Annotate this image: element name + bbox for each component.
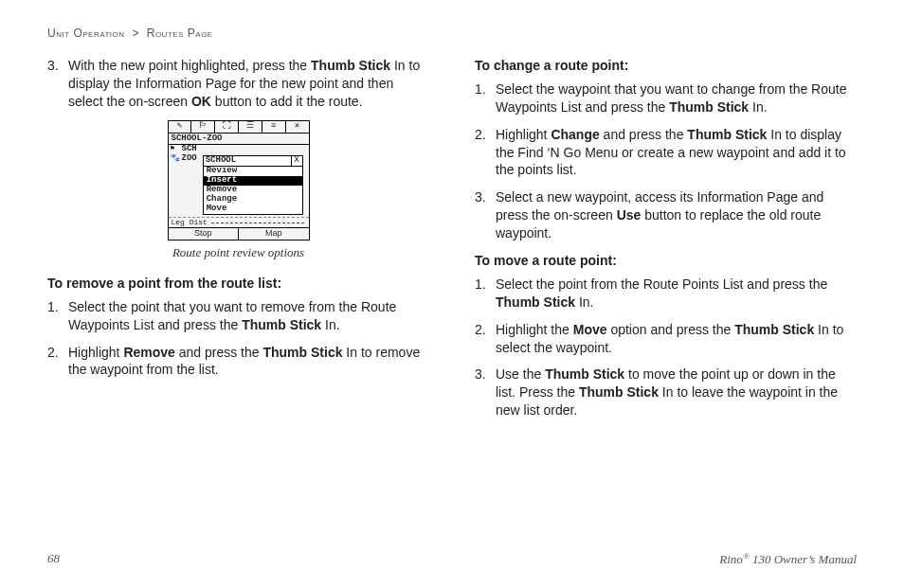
leg-dist-label: Leg Dist <box>172 219 208 227</box>
bold-thumb-stick: Thumb Stick <box>545 366 624 382</box>
remove-steps: 1. Select the point that you want to rem… <box>47 298 429 380</box>
list-item: 3. Select a new waypoint, access its Inf… <box>475 188 857 242</box>
device-footer: Stop Map <box>169 227 309 240</box>
text: button to add it the route. <box>211 94 363 109</box>
context-menu: SCHOOL X Review Insert Remove Change Mov… <box>203 155 303 214</box>
step-body: Select the waypoint that you want to cha… <box>496 80 857 116</box>
breadcrumb-page: Routes Page <box>147 27 213 40</box>
step-number: 3. <box>475 365 496 419</box>
device-screenshot: ✎ 🏳 ⛶ ☰ ≡ ✕ SCHOOL-ZOO ⚑ SCH 🐾 ZOO <box>168 120 310 241</box>
menu-item-move: Move <box>204 205 302 214</box>
list-item: 3. Use the Thumb Stick to move the point… <box>475 365 857 419</box>
bold-thumb-stick: Thumb Stick <box>579 384 659 400</box>
step-body: With the new point highlighted, press th… <box>68 57 429 111</box>
step-body: Select the point from the Route Points L… <box>496 276 857 312</box>
move-steps: 1. Select the point from the Route Point… <box>475 276 857 419</box>
manual-title: Rino® 130 Owner’s Manual <box>719 551 857 567</box>
step-body: Highlight Change and press the Thumb Sti… <box>496 126 857 180</box>
step-body: Select the point that you want to remove… <box>68 298 429 334</box>
list-item: 2. Highlight the Move option and press t… <box>475 321 857 357</box>
text: With the new point highlighted, press th… <box>68 58 311 73</box>
topbar-icon: ☰ <box>239 121 262 133</box>
device-row: 🐾 ZOO SCHOOL X Review Insert Remove Chan… <box>169 154 309 216</box>
product-suffix: 130 Owner’s Manual <box>750 552 857 566</box>
heading-remove-point: To remove a point from the route list: <box>47 275 429 293</box>
text: In. <box>749 99 767 115</box>
bold-thumb-stick: Thumb Stick <box>669 99 749 115</box>
text: option and press the <box>607 322 735 337</box>
figure-caption: Route point review options <box>47 244 429 261</box>
breadcrumb-section: Unit Operation <box>47 27 125 40</box>
bold-remove: Remove <box>123 345 174 360</box>
figure: ✎ 🏳 ⛶ ☰ ≡ ✕ SCHOOL-ZOO ⚑ SCH 🐾 ZOO <box>47 120 429 261</box>
change-steps: 1. Select the waypoint that you want to … <box>475 80 857 242</box>
text: Highlight the <box>496 322 573 337</box>
step-number: 3. <box>475 188 496 242</box>
bold-thumb-stick: Thumb Stick <box>242 317 321 332</box>
step-body: Select a new waypoint, access its Inform… <box>496 188 857 242</box>
bold-thumb-stick: Thumb Stick <box>734 322 814 337</box>
text: Use the <box>496 366 545 382</box>
step-number: 2. <box>47 344 68 380</box>
bold-change: Change <box>551 127 599 142</box>
step-3: 3. With the new point highlighted, press… <box>47 57 429 111</box>
topbar-icon: ≡ <box>262 121 286 133</box>
list-item: 1. Select the point that you want to rem… <box>47 298 429 334</box>
heading-move-point: To move a route point: <box>475 252 857 270</box>
bold-use: Use <box>617 207 642 223</box>
bold-thumb-stick: Thumb Stick <box>311 58 390 73</box>
product-name: Rino <box>719 552 743 566</box>
bold-ok: OK <box>191 94 211 109</box>
dash-line <box>211 223 304 223</box>
text: Select the point that you want to remove… <box>68 299 396 332</box>
menu-title: SCHOOL <box>204 156 291 166</box>
step-number: 3. <box>47 57 68 111</box>
breadcrumb-sep: > <box>132 27 139 40</box>
bold-thumb-stick: Thumb Stick <box>262 345 342 360</box>
list-item: 2. Highlight Change and press the Thumb … <box>475 126 857 180</box>
list-item: 1. Select the waypoint that you want to … <box>475 80 857 116</box>
leg-dist-row: Leg Dist <box>169 217 309 228</box>
step-body: Highlight the Move option and press the … <box>496 321 857 357</box>
text: and press the <box>600 127 688 142</box>
page-number: 68 <box>47 551 60 567</box>
topbar-icon: ⛶ <box>215 121 239 133</box>
text: In. <box>321 317 339 332</box>
step-body: Highlight Remove and press the Thumb Sti… <box>68 344 429 380</box>
step-number: 1. <box>475 276 496 312</box>
text: In. <box>575 294 593 310</box>
step-number: 2. <box>475 126 496 180</box>
topbar-icon: ✕ <box>286 121 309 133</box>
content-columns: 3. With the new point highlighted, press… <box>47 57 857 429</box>
device-topbar: ✎ 🏳 ⛶ ☰ ≡ ✕ <box>169 121 309 134</box>
flag-icon: ⚑ <box>171 145 182 153</box>
text: Highlight <box>496 127 551 142</box>
text: and press the <box>175 345 263 360</box>
text: Select the point from the Route Points L… <box>496 276 827 292</box>
left-column: 3. With the new point highlighted, press… <box>47 57 429 429</box>
registered-mark: ® <box>743 551 750 561</box>
bold-move: Move <box>573 322 607 337</box>
bold-thumb-stick: Thumb Stick <box>496 294 575 310</box>
stop-button: Stop <box>169 228 240 240</box>
map-button: Map <box>239 228 309 240</box>
row-label: ZOO <box>182 154 199 164</box>
close-icon: X <box>291 156 302 166</box>
step-number: 2. <box>475 321 496 357</box>
bold-thumb-stick: Thumb Stick <box>687 127 767 142</box>
heading-change-point: To change a route point: <box>475 57 857 75</box>
breadcrumb: Unit Operation > Routes Page <box>47 27 857 40</box>
text: Highlight <box>68 345 123 360</box>
page-footer: 68 Rino® 130 Owner’s Manual <box>47 551 857 567</box>
list-item: 2. Highlight Remove and press the Thumb … <box>47 344 429 380</box>
zoo-icon: 🐾 <box>171 154 182 163</box>
step-number: 1. <box>47 298 68 334</box>
topbar-icon: ✎ <box>169 121 192 133</box>
right-column: To change a route point: 1. Select the w… <box>475 57 857 429</box>
left-steps: 3. With the new point highlighted, press… <box>47 57 429 111</box>
list-item: 1. Select the point from the Route Point… <box>475 276 857 312</box>
step-body: Use the Thumb Stick to move the point up… <box>496 365 857 419</box>
topbar-icon: 🏳 <box>191 121 215 133</box>
step-number: 1. <box>475 80 496 116</box>
